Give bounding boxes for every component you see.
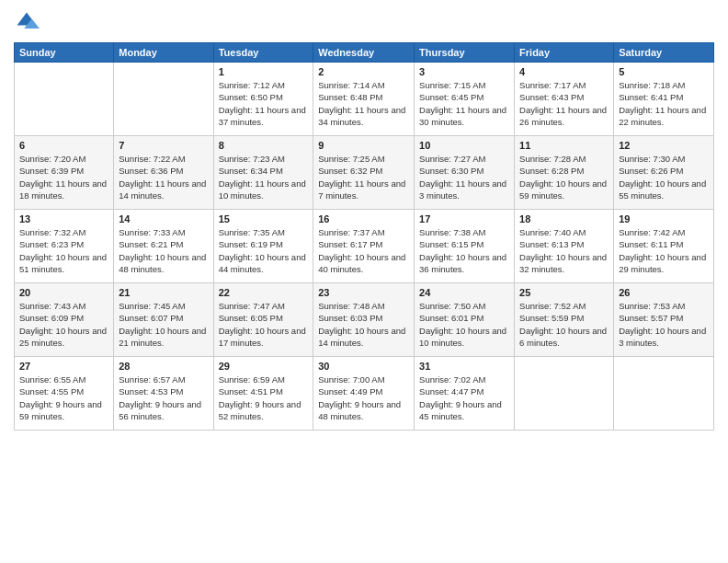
day-header-friday: Friday xyxy=(515,43,614,63)
day-header-sunday: Sunday xyxy=(15,43,114,63)
calendar-cell: 29Sunrise: 6:59 AMSunset: 4:51 PMDayligh… xyxy=(213,357,313,431)
day-number: 10 xyxy=(419,140,509,151)
day-info: Sunrise: 7:14 AMSunset: 6:48 PMDaylight:… xyxy=(318,79,409,128)
calendar-cell xyxy=(515,357,614,431)
calendar-header: SundayMondayTuesdayWednesdayThursdayFrid… xyxy=(15,43,714,63)
calendar-cell: 24Sunrise: 7:50 AMSunset: 6:01 PMDayligh… xyxy=(415,283,515,357)
calendar-cell: 15Sunrise: 7:35 AMSunset: 6:19 PMDayligh… xyxy=(213,210,313,283)
day-info: Sunrise: 7:40 AMSunset: 6:13 PMDaylight:… xyxy=(519,226,609,275)
day-header-monday: Monday xyxy=(114,43,213,63)
day-number: 15 xyxy=(219,213,309,224)
day-number: 13 xyxy=(19,213,108,224)
day-info: Sunrise: 7:27 AMSunset: 6:30 PMDaylight:… xyxy=(419,153,509,201)
calendar-cell: 11Sunrise: 7:28 AMSunset: 6:28 PMDayligh… xyxy=(515,136,614,210)
day-info: Sunrise: 7:52 AMSunset: 5:59 PMDaylight:… xyxy=(519,300,609,349)
calendar-cell: 1Sunrise: 7:12 AMSunset: 6:50 PMDaylight… xyxy=(213,63,313,136)
week-row-3: 20Sunrise: 7:43 AMSunset: 6:09 PMDayligh… xyxy=(15,283,714,357)
day-number: 24 xyxy=(419,287,509,298)
day-number: 16 xyxy=(318,213,409,224)
calendar-cell xyxy=(114,63,213,136)
day-info: Sunrise: 7:22 AMSunset: 6:36 PMDaylight:… xyxy=(119,153,208,201)
calendar-cell: 5Sunrise: 7:18 AMSunset: 6:41 PMDaylight… xyxy=(614,63,714,136)
calendar-cell: 27Sunrise: 6:55 AMSunset: 4:55 PMDayligh… xyxy=(15,357,114,431)
day-header-row: SundayMondayTuesdayWednesdayThursdayFrid… xyxy=(15,43,714,63)
calendar-cell: 7Sunrise: 7:22 AMSunset: 6:36 PMDaylight… xyxy=(114,136,213,210)
calendar-cell: 2Sunrise: 7:14 AMSunset: 6:48 PMDaylight… xyxy=(313,63,415,136)
day-header-saturday: Saturday xyxy=(614,43,714,63)
day-number: 1 xyxy=(219,66,309,77)
day-info: Sunrise: 7:37 AMSunset: 6:17 PMDaylight:… xyxy=(318,226,409,275)
day-number: 8 xyxy=(219,140,309,151)
calendar-cell: 22Sunrise: 7:47 AMSunset: 6:05 PMDayligh… xyxy=(213,283,313,357)
day-info: Sunrise: 7:48 AMSunset: 6:03 PMDaylight:… xyxy=(318,300,409,349)
day-info: Sunrise: 7:02 AMSunset: 4:47 PMDaylight:… xyxy=(419,373,509,422)
day-number: 31 xyxy=(419,361,509,372)
day-info: Sunrise: 6:59 AMSunset: 4:51 PMDaylight:… xyxy=(219,373,309,422)
day-number: 23 xyxy=(318,287,409,298)
day-number: 20 xyxy=(19,287,108,298)
day-number: 14 xyxy=(119,213,208,224)
calendar-cell: 30Sunrise: 7:00 AMSunset: 4:49 PMDayligh… xyxy=(313,357,415,431)
page: SundayMondayTuesdayWednesdayThursdayFrid… xyxy=(0,0,728,563)
calendar-cell: 31Sunrise: 7:02 AMSunset: 4:47 PMDayligh… xyxy=(415,357,515,431)
day-info: Sunrise: 7:30 AMSunset: 6:26 PMDaylight:… xyxy=(619,153,709,201)
day-info: Sunrise: 7:38 AMSunset: 6:15 PMDaylight:… xyxy=(419,226,509,275)
day-number: 12 xyxy=(619,140,709,151)
day-info: Sunrise: 7:47 AMSunset: 6:05 PMDaylight:… xyxy=(219,300,309,349)
calendar-cell: 6Sunrise: 7:20 AMSunset: 6:39 PMDaylight… xyxy=(15,136,114,210)
calendar-cell: 14Sunrise: 7:33 AMSunset: 6:21 PMDayligh… xyxy=(114,210,213,283)
week-row-0: 1Sunrise: 7:12 AMSunset: 6:50 PMDaylight… xyxy=(15,63,714,136)
calendar-cell: 10Sunrise: 7:27 AMSunset: 6:30 PMDayligh… xyxy=(415,136,515,210)
day-header-tuesday: Tuesday xyxy=(213,43,313,63)
day-number: 6 xyxy=(19,140,108,151)
calendar-cell: 19Sunrise: 7:42 AMSunset: 6:11 PMDayligh… xyxy=(614,210,714,283)
day-info: Sunrise: 7:12 AMSunset: 6:50 PMDaylight:… xyxy=(219,79,309,128)
calendar-cell: 16Sunrise: 7:37 AMSunset: 6:17 PMDayligh… xyxy=(313,210,415,283)
day-number: 28 xyxy=(119,361,208,372)
calendar-cell: 3Sunrise: 7:15 AMSunset: 6:45 PMDaylight… xyxy=(415,63,515,136)
day-info: Sunrise: 7:35 AMSunset: 6:19 PMDaylight:… xyxy=(219,226,309,275)
calendar-cell: 8Sunrise: 7:23 AMSunset: 6:34 PMDaylight… xyxy=(213,136,313,210)
day-info: Sunrise: 7:25 AMSunset: 6:32 PMDaylight:… xyxy=(318,153,409,201)
day-info: Sunrise: 6:57 AMSunset: 4:53 PMDaylight:… xyxy=(119,373,208,422)
day-info: Sunrise: 7:33 AMSunset: 6:21 PMDaylight:… xyxy=(119,226,208,275)
calendar-cell: 26Sunrise: 7:53 AMSunset: 5:57 PMDayligh… xyxy=(614,283,714,357)
day-number: 26 xyxy=(619,287,709,298)
day-number: 25 xyxy=(519,287,609,298)
day-number: 9 xyxy=(318,140,409,151)
calendar-cell: 23Sunrise: 7:48 AMSunset: 6:03 PMDayligh… xyxy=(313,283,415,357)
day-number: 5 xyxy=(619,66,709,77)
calendar-cell: 21Sunrise: 7:45 AMSunset: 6:07 PMDayligh… xyxy=(114,283,213,357)
calendar-cell: 18Sunrise: 7:40 AMSunset: 6:13 PMDayligh… xyxy=(515,210,614,283)
day-number: 7 xyxy=(119,140,208,151)
calendar-cell: 17Sunrise: 7:38 AMSunset: 6:15 PMDayligh… xyxy=(415,210,515,283)
day-number: 3 xyxy=(419,66,509,77)
day-info: Sunrise: 7:23 AMSunset: 6:34 PMDaylight:… xyxy=(219,153,309,201)
calendar-cell: 12Sunrise: 7:30 AMSunset: 6:26 PMDayligh… xyxy=(614,136,714,210)
day-number: 21 xyxy=(119,287,208,298)
day-info: Sunrise: 7:45 AMSunset: 6:07 PMDaylight:… xyxy=(119,300,208,349)
calendar-cell xyxy=(15,63,114,136)
day-number: 29 xyxy=(219,361,309,372)
calendar-body: 1Sunrise: 7:12 AMSunset: 6:50 PMDaylight… xyxy=(15,63,714,431)
calendar-cell: 20Sunrise: 7:43 AMSunset: 6:09 PMDayligh… xyxy=(15,283,114,357)
day-info: Sunrise: 7:50 AMSunset: 6:01 PMDaylight:… xyxy=(419,300,509,349)
day-number: 19 xyxy=(619,213,709,224)
calendar-cell: 28Sunrise: 6:57 AMSunset: 4:53 PMDayligh… xyxy=(114,357,213,431)
day-info: Sunrise: 7:43 AMSunset: 6:09 PMDaylight:… xyxy=(19,300,108,349)
day-info: Sunrise: 7:17 AMSunset: 6:43 PMDaylight:… xyxy=(519,79,609,128)
day-header-thursday: Thursday xyxy=(415,43,515,63)
day-info: Sunrise: 7:20 AMSunset: 6:39 PMDaylight:… xyxy=(19,153,108,201)
calendar-cell xyxy=(614,357,714,431)
day-info: Sunrise: 7:42 AMSunset: 6:11 PMDaylight:… xyxy=(619,226,709,275)
day-info: Sunrise: 7:18 AMSunset: 6:41 PMDaylight:… xyxy=(619,79,709,128)
day-number: 30 xyxy=(318,361,409,372)
day-info: Sunrise: 7:32 AMSunset: 6:23 PMDaylight:… xyxy=(19,226,108,275)
calendar-cell: 25Sunrise: 7:52 AMSunset: 5:59 PMDayligh… xyxy=(515,283,614,357)
day-number: 27 xyxy=(19,361,108,372)
day-info: Sunrise: 7:00 AMSunset: 4:49 PMDaylight:… xyxy=(318,373,409,422)
day-info: Sunrise: 7:28 AMSunset: 6:28 PMDaylight:… xyxy=(519,153,609,201)
week-row-4: 27Sunrise: 6:55 AMSunset: 4:55 PMDayligh… xyxy=(15,357,714,431)
day-header-wednesday: Wednesday xyxy=(313,43,415,63)
calendar: SundayMondayTuesdayWednesdayThursdayFrid… xyxy=(14,42,714,431)
